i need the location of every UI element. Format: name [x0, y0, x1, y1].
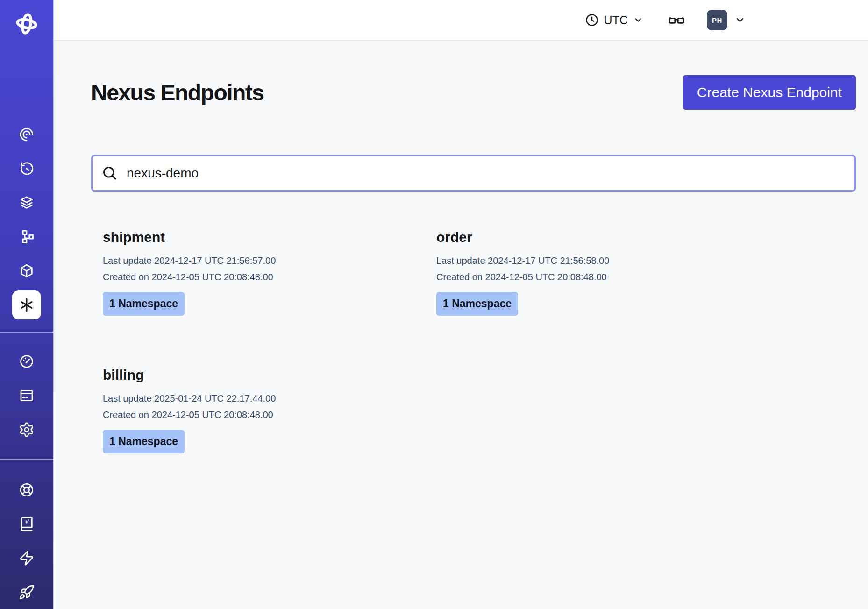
branch-nodes-icon [19, 229, 35, 245]
sidebar-item-nexus[interactable] [0, 288, 53, 322]
endpoint-card-billing[interactable]: billing Last update 2025-01-24 UTC 22:17… [103, 367, 425, 453]
sidebar-item-cube[interactable] [0, 254, 53, 288]
created-on-label: Created on [436, 272, 483, 282]
avatar: PH [707, 10, 727, 30]
chevron-down-icon [734, 14, 746, 26]
labs-toggle[interactable] [668, 11, 685, 29]
clock-icon [585, 13, 599, 27]
created-on-label: Created on [103, 272, 149, 282]
lifebuoy-icon [19, 482, 35, 498]
sidebar-nav-help [0, 473, 53, 609]
last-update-value: 2024-12-17 UTC 21:56:57.00 [154, 255, 276, 266]
last-update-label: Last update [103, 255, 152, 266]
selected-item-highlight [12, 290, 41, 319]
rocket-icon [19, 584, 35, 600]
created-on-value: 2024-12-05 UTC 20:08:48.00 [485, 272, 607, 282]
main-area: UTC PH Nexus Endpoints Create Nexus [54, 0, 868, 609]
sidebar-nav-account [0, 344, 53, 446]
endpoint-last-update: Last update 2025-01-24 UTC 22:17:44.00 [103, 390, 425, 407]
sidebar-item-settings[interactable] [0, 412, 53, 446]
endpoint-name: shipment [103, 229, 425, 245]
created-on-value: 2024-12-05 UTC 20:08:48.00 [152, 272, 273, 282]
chevron-down-icon [633, 15, 643, 25]
sidebar-divider [0, 332, 54, 333]
namespace-badge: 1 Namespace [103, 430, 185, 453]
page-content: Nexus Endpoints Create Nexus Endpoint sh… [54, 41, 868, 453]
timezone-label: UTC [604, 14, 628, 27]
created-on-label: Created on [103, 410, 149, 420]
spiral-icon [19, 127, 35, 142]
lightning-bolt-icon [19, 550, 35, 566]
namespace-badge: 1 Namespace [103, 292, 185, 316]
sidebar-item-browser-window[interactable] [0, 378, 53, 412]
endpoint-last-update: Last update 2024-12-17 UTC 21:56:58.00 [436, 253, 759, 269]
endpoint-card-grid: shipment Last update 2024-12-17 UTC 21:5… [103, 229, 856, 453]
sidebar-divider [0, 459, 54, 460]
last-update-label: Last update [436, 255, 485, 266]
endpoint-name: order [436, 229, 759, 245]
timer-icon [19, 161, 35, 177]
endpoint-card-shipment[interactable]: shipment Last update 2024-12-17 UTC 21:5… [103, 229, 425, 316]
browser-window-icon [19, 388, 35, 404]
endpoint-created-on: Created on 2024-12-05 UTC 20:08:48.00 [436, 269, 759, 285]
timezone-selector[interactable]: UTC [585, 13, 643, 27]
endpoint-last-update: Last update 2024-12-17 UTC 21:56:57.00 [103, 253, 425, 269]
sidebar-item-branch-nodes[interactable] [0, 220, 53, 254]
temporal-logo[interactable] [13, 10, 40, 37]
sidebar-nav-primary [0, 117, 53, 322]
create-nexus-endpoint-button[interactable]: Create Nexus Endpoint [683, 75, 856, 110]
last-update-value: 2025-01-24 UTC 22:17:44.00 [154, 393, 276, 404]
cube-icon [19, 263, 35, 279]
sidebar-item-spiral[interactable] [0, 117, 53, 151]
search-input[interactable] [126, 165, 846, 181]
sidebar-item-timer[interactable] [0, 151, 53, 185]
sparkle-book-icon [19, 516, 35, 532]
page-title: Nexus Endpoints [91, 80, 264, 106]
namespace-badge: 1 Namespace [436, 292, 518, 316]
search-box [91, 155, 856, 192]
created-on-value: 2024-12-05 UTC 20:08:48.00 [152, 410, 273, 420]
account-menu[interactable]: PH [707, 10, 746, 30]
layers-icon [19, 195, 35, 211]
gear-icon [19, 422, 35, 438]
topbar: UTC PH [54, 0, 868, 41]
endpoint-created-on: Created on 2024-12-05 UTC 20:08:48.00 [103, 407, 425, 423]
last-update-value: 2024-12-17 UTC 21:56:58.00 [488, 255, 609, 266]
endpoint-name: billing [103, 367, 425, 383]
sidebar-item-layers[interactable] [0, 185, 53, 220]
endpoint-created-on: Created on 2024-12-05 UTC 20:08:48.00 [103, 269, 425, 285]
sidebar-item-support[interactable] [0, 473, 53, 507]
gauge-icon [19, 354, 35, 369]
last-update-label: Last update [103, 393, 152, 404]
endpoint-card-order[interactable]: order Last update 2024-12-17 UTC 21:56:5… [436, 229, 759, 316]
asterisk-icon [19, 297, 34, 312]
page-header: Nexus Endpoints Create Nexus Endpoint [91, 75, 856, 110]
sidebar [0, 0, 54, 609]
sidebar-item-gauge[interactable] [0, 344, 53, 378]
glasses-icon [668, 11, 685, 29]
sidebar-item-docs[interactable] [0, 507, 53, 541]
magnifier-icon [101, 165, 118, 182]
sidebar-item-feedback[interactable] [0, 541, 53, 575]
sidebar-item-getting-started[interactable] [0, 575, 53, 609]
